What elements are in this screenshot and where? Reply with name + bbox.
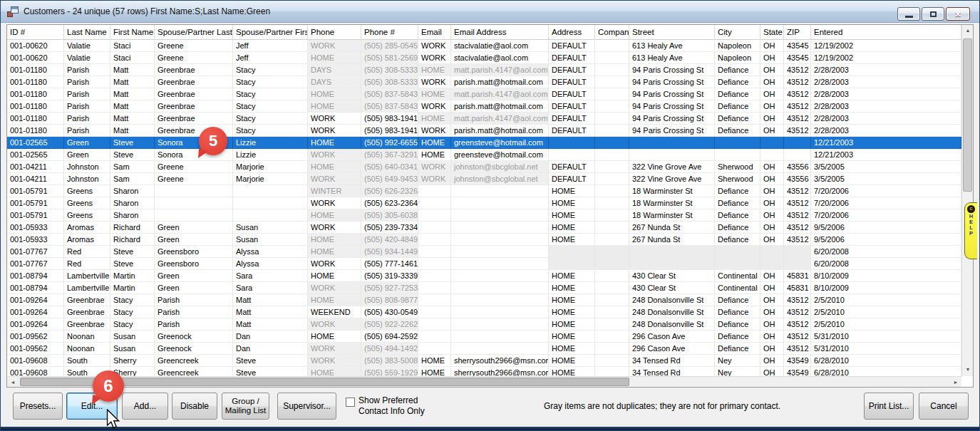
show-preferred-checkbox[interactable]: Show Preferred Contact Info Only [346, 395, 440, 417]
table-row[interactable]: 001-04211JohnstonSamGreeneMarjorieWORK(5… [7, 173, 961, 185]
cell: Defiance [715, 100, 760, 113]
table-row[interactable]: 001-09264GreenbraeStacyParishMattWEEKEND… [7, 306, 961, 318]
mouse-cursor [106, 409, 120, 429]
column-header[interactable]: Phone [308, 25, 361, 40]
cell: OH [760, 161, 784, 173]
cell: Continental [715, 270, 760, 282]
cell: Greene [155, 173, 233, 185]
scroll-left-icon[interactable]: ◄ [7, 377, 19, 388]
table-row[interactable]: 001-01180ParishMattGreenbraeStacyWORK(50… [7, 125, 961, 137]
checkbox-box-icon[interactable] [346, 398, 355, 407]
table-row[interactable]: 001-00620ValatieStaciGreeneJeffHOME(505)… [7, 52, 961, 64]
table-row[interactable]: 001-05933AromasRichardGreenSusanHOME(505… [7, 234, 961, 246]
cell: 2/28/2003 [811, 88, 961, 100]
table-row[interactable]: 001-08794LambertvilleMartinGreenSaraWORK… [7, 282, 961, 294]
presets-button[interactable]: Presets... [13, 393, 63, 420]
table-row[interactable]: 001-01180ParishMattGreenbraeStacyHOME(50… [7, 88, 961, 100]
table-row[interactable]: 001-04211JohnstonSamGreeneMarjorieHOME(5… [7, 161, 961, 173]
cell: OH [760, 197, 784, 209]
cell: WEEKEND [308, 306, 361, 318]
column-header[interactable]: Company [595, 25, 629, 40]
column-header[interactable]: Entered [811, 25, 961, 40]
column-header[interactable]: Phone # [361, 25, 418, 40]
column-header[interactable]: Street [629, 25, 715, 40]
cell: 001-05791 [7, 209, 64, 222]
cell [451, 197, 549, 209]
cancel-button[interactable]: Cancel [919, 393, 969, 420]
scroll-down-icon[interactable]: ▼ [962, 365, 974, 376]
cell: 001-01180 [7, 125, 64, 137]
scroll-up-icon[interactable]: ▲ [962, 25, 974, 36]
column-header[interactable]: Email Address [451, 25, 549, 40]
horizontal-scrollbar[interactable]: ◄ ► [7, 376, 961, 387]
cell [595, 88, 629, 100]
cell: 001-09562 [7, 331, 64, 343]
disable-button[interactable]: Disable [172, 393, 217, 420]
vertical-scroll-thumb[interactable] [963, 38, 972, 192]
column-header[interactable]: State [760, 25, 784, 40]
table-row[interactable]: 001-02565GreenSteveSonoraLizzieHOME(505)… [7, 137, 961, 149]
minimize-button[interactable] [897, 7, 920, 21]
column-header[interactable]: City [715, 25, 760, 40]
supervisor-button[interactable]: Supervisor... [277, 393, 336, 420]
cell [629, 137, 715, 149]
table-row[interactable]: 001-09608SouthSherryGreencreekSteveHOME(… [7, 367, 961, 376]
table-row[interactable]: 001-09608SouthSherryGreencreekSteveWORK(… [7, 355, 961, 367]
table-row[interactable]: 001-07767RedSteveGreensboroAlyssaHOME(50… [7, 246, 961, 258]
table-row[interactable]: 001-08794LambertvilleMartinGreenSaraHOME… [7, 270, 961, 282]
close-button[interactable]: ✕ [946, 7, 970, 21]
column-header[interactable]: ID # [7, 25, 64, 40]
cell: 001-00620 [7, 52, 64, 64]
cell: WORK [308, 113, 361, 125]
cell: HOME [308, 270, 361, 282]
help-tab-letter: P [969, 231, 973, 237]
cell: Parish [64, 88, 110, 100]
table-row[interactable]: 001-09264GreenbraeStacyParishMattHOME(50… [7, 294, 961, 306]
help-tab[interactable]: HELP [964, 202, 977, 259]
maximize-button[interactable] [922, 7, 944, 21]
close-icon: ✕ [947, 8, 969, 21]
table-row[interactable]: 001-01180ParishMattGreenbraeStacyHOME(50… [7, 100, 961, 113]
column-header[interactable]: Spouse/Partner Last [155, 25, 233, 40]
table-row[interactable]: 001-00620ValatieStaciGreeneJeffWORK(505)… [7, 40, 961, 52]
scroll-right-icon[interactable]: ► [950, 377, 961, 388]
column-header[interactable]: Email [418, 25, 451, 40]
table-row[interactable]: 001-09264GreenbraeStacyParishMattWORK(50… [7, 318, 961, 331]
table-row[interactable]: 001-07767RedSteveGreensboroAlyssaWORK(50… [7, 258, 961, 270]
cell: 001-01180 [7, 88, 64, 100]
group-mailing-list-button[interactable]: Group / Mailing List [222, 393, 269, 420]
table-row[interactable]: 001-09562NoonanSusanGreenockDanHOME(505)… [7, 331, 961, 343]
column-header[interactable]: Spouse/Partner First [233, 25, 308, 40]
cell: matt.parish.4147@aol.com [451, 64, 549, 76]
print-list-button[interactable]: Print List... [864, 393, 914, 420]
cell: Greens [64, 209, 110, 222]
cell: Stacy [233, 113, 308, 125]
table-row[interactable]: 001-09562NoonanSusanGreenockDanWORK(505)… [7, 343, 961, 355]
cell: Greenbrae [155, 88, 233, 100]
cell: (505) 559-1929 [361, 367, 418, 376]
cell: HOME [308, 331, 361, 343]
table-row[interactable]: 001-05791GreensSharonWORK(505) 623-2364H… [7, 197, 961, 209]
cell: 43556 [784, 173, 811, 185]
table-row[interactable]: 001-05933AromasRichardGreenSusanWORK(505… [7, 222, 961, 234]
column-header[interactable]: Address [549, 25, 595, 40]
table-row[interactable]: 001-05791GreensSharonWINTER(505) 626-232… [7, 185, 961, 197]
cell [595, 185, 629, 197]
column-header[interactable]: ZIP [784, 25, 811, 40]
cell: Greenbrae [64, 318, 110, 331]
table-row[interactable]: 001-01180ParishMattGreenbraeStacyWORK(50… [7, 113, 961, 125]
table-row[interactable]: 001-05791GreensSharonHOME(505) 305-6038H… [7, 209, 961, 222]
column-header[interactable]: First Name [110, 25, 155, 40]
table-row[interactable]: 001-02565GreenSteveSonoraLizzieWORK(505)… [7, 149, 961, 161]
vertical-scrollbar[interactable]: ▲ ▼ [961, 25, 973, 376]
cell: 43512 [784, 343, 811, 355]
footer-toolbar: Presets... Edit... Add... Disable Group … [1, 389, 979, 428]
title-bar[interactable]: Customers - 24 unique (57 rows) First Na… [1, 1, 979, 23]
table-row[interactable]: 001-01180ParishMattGreenbraeStacyDAYS(50… [7, 76, 961, 88]
add-button[interactable]: Add... [122, 393, 168, 420]
cell: Greencreek [155, 367, 233, 376]
table-row[interactable]: 001-01180ParishMattGreenbraeStacyDAYS(50… [7, 64, 961, 76]
cell: OH [760, 185, 784, 197]
cell [418, 258, 451, 270]
column-header[interactable]: Last Name [64, 25, 110, 40]
